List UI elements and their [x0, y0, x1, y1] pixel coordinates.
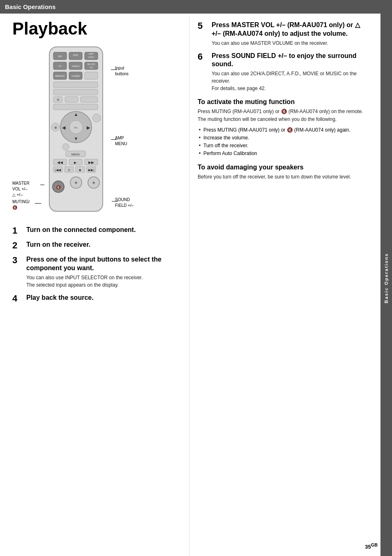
svg-text:II: II — [68, 168, 70, 172]
page-number-value: 35 — [365, 544, 371, 550]
step-5: 5 Press MASTER VOL +/– (RM-AAU071 only) … — [198, 21, 364, 47]
step-6-title: Press SOUND FIELD +/– to enjoy the surro… — [212, 52, 364, 69]
svg-rect-20 — [53, 82, 98, 88]
svg-text:◀◀: ◀◀ — [57, 160, 63, 164]
step-6: 6 Press SOUND FIELD +/– to enjoy the sur… — [198, 52, 364, 93]
step-4-number: 4 — [12, 294, 24, 303]
amp-menu-label: AMPMENU — [115, 135, 127, 147]
svg-text:SA-CD/: SA-CD/ — [88, 63, 95, 65]
step-3-number: 3 — [12, 255, 24, 265]
step-2-number: 2 — [12, 241, 24, 250]
muting-label: MUTING/🔇 — [12, 199, 30, 211]
remote-diagram: BD DVD SAT/ CATV TV — [41, 45, 111, 218]
bullet-4: Perform Auto Calibration — [198, 150, 364, 158]
svg-text:DVD: DVD — [73, 54, 78, 56]
step-4-title: Play back the source. — [26, 294, 183, 302]
speakers-section: To avoid damaging your speakers Before y… — [198, 164, 364, 181]
step-4: 4 Play back the source. — [12, 294, 183, 303]
svg-text:▶▶|: ▶▶| — [88, 168, 94, 172]
page-number-suffix: GB — [371, 542, 378, 547]
input-buttons-line — [111, 70, 117, 70]
sidebar-label: Basic Operations — [384, 253, 389, 303]
svg-text:CATV: CATV — [88, 56, 95, 58]
step-5-title: Press MASTER VOL +/– (RM-AAU071 only) or… — [212, 21, 364, 38]
input-buttons-label: Inputbuttons — [115, 65, 129, 77]
svg-text:TV: TV — [58, 65, 62, 67]
svg-text:TUNER: TUNER — [71, 75, 80, 77]
svg-text:▼: ▼ — [74, 136, 78, 141]
bullet-1: Press MUTING (RM-AAU071 only) or 🔇 (RM-A… — [198, 126, 364, 134]
svg-text:■: ■ — [79, 168, 81, 172]
svg-rect-24 — [65, 97, 78, 102]
svg-text:VIDEO: VIDEO — [72, 65, 80, 67]
svg-text:DMPORT: DMPORT — [55, 75, 65, 77]
step-1-title: Turn on the connected component. — [26, 226, 183, 234]
svg-text:▲: ▲ — [74, 112, 78, 117]
svg-text:🔇: 🔇 — [56, 185, 61, 190]
svg-text:SAT/: SAT/ — [89, 53, 94, 55]
step-6-number: 6 — [198, 52, 209, 62]
speakers-section-title: To avoid damaging your speakers — [198, 164, 364, 171]
muting-bullets: Press MUTING (RM-AAU071 only) or 🔇 (RM-A… — [198, 126, 364, 158]
svg-text:▶▶: ▶▶ — [88, 160, 94, 164]
svg-text:CD: CD — [90, 66, 93, 69]
svg-point-34 — [92, 114, 101, 122]
muting-section-title: To activate the muting function — [198, 98, 364, 106]
speakers-section-body: Before you turn off the receiver, be sur… — [198, 173, 364, 181]
svg-text:◀: ◀ — [62, 125, 66, 130]
sound-field-line — [112, 201, 118, 202]
svg-text:+: + — [74, 179, 78, 186]
svg-text:+/-: +/- — [74, 126, 78, 130]
step-2: 2 Turn on the receiver. — [12, 241, 183, 250]
svg-rect-21 — [53, 89, 98, 95]
page-title: Playback — [12, 19, 183, 39]
bullet-2: Increase the volume. — [198, 134, 364, 142]
step-3-body: You can also use INPUT SELECTOR on the r… — [26, 274, 183, 289]
muting-section: To activate the muting function Press MU… — [198, 98, 364, 158]
section-header: Basic Operations — [0, 0, 380, 14]
svg-text:▶: ▶ — [87, 125, 90, 130]
svg-rect-19 — [85, 72, 98, 79]
bullet-3: Turn off the receiver. — [198, 142, 364, 150]
step-3: 3 Press one of the input buttons to sele… — [12, 255, 183, 289]
master-vol-label: MASTERVOL +/–△ +/– — [12, 181, 30, 198]
step-3-title: Press one of the input buttons to select… — [26, 255, 183, 273]
svg-text:▶·: ▶· — [74, 161, 77, 164]
svg-text:⊕: ⊕ — [54, 126, 57, 130]
step-5-number: 5 — [198, 21, 209, 31]
master-vol-line — [40, 185, 44, 185]
svg-rect-25 — [81, 97, 98, 102]
section-header-text: Basic Operations — [5, 3, 55, 10]
step-6-body: You can also use 2CH/A.DIRECT, A.F.D., M… — [212, 70, 364, 92]
muting-line — [35, 203, 41, 204]
amp-menu-line — [111, 139, 117, 140]
muting-section-body: Press MUTING (RM-AAU071 only) or 🔇 (RM-A… — [198, 108, 364, 123]
svg-text:|◀◀: |◀◀ — [55, 168, 61, 172]
svg-text:BD: BD — [58, 55, 62, 58]
step-1: 1 Turn on the connected component. — [12, 226, 183, 236]
svg-point-37 — [62, 144, 69, 150]
svg-text:⊕: ⊕ — [57, 98, 60, 102]
svg-text:MENU: MENU — [71, 153, 80, 156]
svg-rect-26 — [53, 104, 98, 110]
step-1-number: 1 — [12, 226, 24, 236]
page-number: 35GB — [365, 542, 378, 550]
sound-field-label: SOUNDFIELD +/– — [115, 197, 134, 208]
step-5-body: You can also use MASTER VOLUME on the re… — [212, 39, 364, 47]
svg-text:+: + — [92, 179, 95, 186]
step-2-title: Turn on the receiver. — [26, 241, 183, 249]
